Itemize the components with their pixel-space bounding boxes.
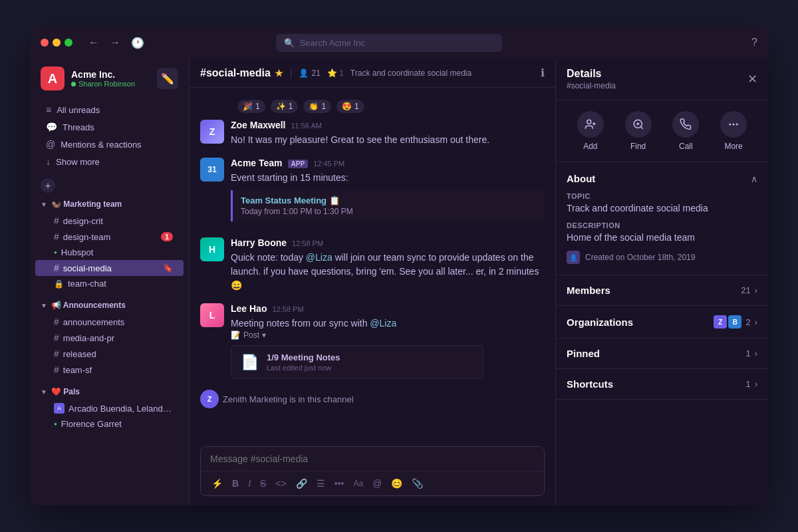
action-more-button[interactable]: More (720, 111, 747, 151)
search-bar[interactable]: 🔍 Search Acme Inc (276, 34, 502, 52)
svg-point-0 (587, 120, 591, 124)
history-button[interactable]: 🕐 (128, 34, 147, 52)
channel-item-team-chat[interactable]: 🔒 team-chat (35, 276, 184, 291)
toolbar-mention-button[interactable]: @ (368, 475, 386, 491)
message-text: Meeting notes from our sync with @Liza (231, 317, 545, 331)
channel-item-released[interactable]: # released (35, 346, 184, 362)
channel-label: released (63, 349, 96, 359)
mention-liza-2[interactable]: @Liza (370, 318, 396, 329)
members-label: Members (567, 285, 610, 296)
channel-item-arcadio[interactable]: A Arcadio Buendia, Leland Ygle... (35, 400, 184, 416)
action-add-button[interactable]: Add (577, 111, 604, 151)
members-row[interactable]: Members 21 › (556, 275, 768, 306)
toolbar-more-button[interactable]: ••• (331, 475, 348, 491)
channel-item-hubspot[interactable]: ● Hubspot (35, 245, 184, 260)
post-title: 1/9 Meeting Notes (267, 352, 340, 362)
toolbar-text-button[interactable]: Aa (349, 476, 367, 491)
hash-icon: # (54, 332, 59, 343)
timestamp: 11:56 AM (291, 122, 321, 130)
toolbar-attach-button[interactable]: 📎 (408, 475, 427, 491)
description-value: Home of the social media team (567, 232, 757, 243)
details-panel: Details #social-media ✕ Add (555, 59, 768, 505)
sidebar-nav-label: Threads (63, 122, 94, 132)
sender-name: Acme Team (231, 158, 283, 168)
collapse-icon: ▼ (41, 302, 47, 309)
sidebar-item-mentions[interactable]: @ Mentions & reactions (35, 136, 184, 153)
hash-icon: # (54, 348, 59, 359)
app-window: ← → 🕐 🔍 Search Acme Inc ? A Acme Inc. (30, 27, 768, 505)
channel-item-florence[interactable]: ● Florence Garret (35, 416, 184, 432)
toolbar-code-button[interactable]: <> (271, 475, 290, 491)
main-content: A Acme Inc. Sharon Robinson ✏️ ≡ (30, 59, 768, 505)
about-header[interactable]: About ∧ (567, 173, 757, 184)
channel-item-design-team[interactable]: # design-team 1 (35, 229, 184, 245)
channel-item-announcements[interactable]: # announcements (35, 314, 184, 330)
toolbar-strikethrough-button[interactable]: S (256, 475, 270, 491)
pinned-count: 1 (745, 348, 750, 358)
unread-badge: 1 (161, 232, 173, 241)
channel-info-button[interactable]: ℹ (541, 66, 545, 79)
toolbar-emoji-button[interactable]: 😊 (387, 475, 406, 491)
reaction-heart-eyes[interactable]: 😍 1 (336, 100, 364, 113)
sidebar-item-threads[interactable]: 💬 Threads (35, 118, 184, 136)
member-count[interactable]: 👤 21 (299, 68, 320, 78)
add-section-button[interactable]: + (41, 178, 55, 193)
section-header-pals[interactable]: ▼ ❤️ Pals (30, 383, 189, 400)
post-meta: Last edited just now (267, 364, 340, 372)
search-placeholder: Search Acme Inc (300, 38, 365, 48)
channel-item-social-media[interactable]: # social-media 🔖 (35, 260, 184, 276)
close-button[interactable] (41, 39, 49, 47)
maximize-button[interactable] (65, 39, 72, 47)
shortcuts-right: 1 › (745, 379, 757, 389)
channel-item-team-sf[interactable]: # team-sf (35, 362, 184, 378)
pinned-row[interactable]: Pinned 1 › (556, 338, 768, 369)
compose-button[interactable]: ✏️ (157, 68, 178, 89)
sidebar-item-show-more[interactable]: ↓ Show more (35, 153, 184, 170)
minimize-button[interactable] (53, 39, 61, 47)
message-harry: H Harry Boone 12:58 PM Quick note: today… (200, 237, 545, 293)
post-info: 1/9 Meeting Notes Last edited just now (267, 352, 340, 372)
mention-liza[interactable]: @Liza (306, 252, 332, 263)
workspace-name[interactable]: Acme Inc. (71, 69, 135, 80)
star-icon[interactable]: ★ (275, 68, 283, 78)
event-card[interactable]: Team Status Meeting 📋 Today from 1:00 PM… (231, 190, 545, 221)
hash-icon: # (54, 231, 59, 242)
input-toolbar: ⚡ B I S <> 🔗 ☰ ••• Aa @ 😊 📎 (201, 471, 544, 495)
toolbar-lightning-button[interactable]: ⚡ (207, 475, 227, 491)
topic-field: Topic Track and coordinate social media (567, 192, 757, 213)
toolbar-list-button[interactable]: ☰ (313, 475, 329, 491)
section-header-announcements[interactable]: ▼ 📢 Announcements (30, 297, 189, 314)
channel-item-media-and-pr[interactable]: # media-and-pr (35, 330, 184, 346)
chevron-right-icon: › (755, 379, 757, 389)
back-button[interactable]: ← (86, 34, 102, 52)
toolbar-bold-button[interactable]: B (228, 475, 243, 491)
reaction-party[interactable]: 🎉 1 (237, 100, 265, 113)
organizations-row[interactable]: Organizations Z B 2 › (556, 306, 768, 338)
help-button[interactable]: ? (751, 37, 757, 49)
sidebar-nav: ≡ All unreads 💬 Threads @ Mentions & rea… (30, 98, 189, 176)
reaction-clap[interactable]: 👏 1 (303, 100, 331, 113)
event-time: Today from 1:00 PM to 1:30 PM (241, 207, 537, 216)
action-find-button[interactable]: Find (625, 111, 652, 151)
section-header-marketing[interactable]: ▼ 🦦 Marketing team (30, 196, 189, 213)
shortcuts-row[interactable]: Shortcuts 1 › (556, 369, 768, 400)
message-zoe: Z Zoe Maxwell 11:56 AM No! It was my ple… (200, 120, 545, 147)
toolbar-italic-button[interactable]: I (244, 475, 255, 491)
forward-button[interactable]: → (107, 34, 123, 52)
reaction-bar: 🎉 1 ✨ 1 👏 1 😍 1 (200, 96, 545, 120)
sidebar-item-all-unreads[interactable]: ≡ All unreads (35, 101, 184, 118)
close-details-button[interactable]: ✕ (747, 72, 757, 86)
channel-item-design-crit[interactable]: # design-crit (35, 213, 184, 229)
sidebar-nav-label: Show more (56, 157, 100, 167)
post-attachment[interactable]: 📄 1/9 Meeting Notes Last edited just now (231, 345, 483, 379)
action-call-button[interactable]: Call (672, 111, 699, 151)
header-divider: | (290, 68, 293, 78)
reaction-sparkles[interactable]: ✨ 1 (271, 100, 299, 113)
pinned-label: Pinned (567, 348, 600, 359)
message-text: Quick note: today @Liza will join our te… (231, 251, 545, 293)
message-content-lee: Lee Hao 12:58 PM Meeting notes from our … (231, 303, 545, 379)
dm-label: Florence Garret (61, 419, 122, 429)
message-input[interactable] (201, 447, 544, 471)
toolbar-link-button[interactable]: 🔗 (292, 475, 311, 491)
message-header: Zoe Maxwell 11:56 AM (231, 120, 545, 130)
